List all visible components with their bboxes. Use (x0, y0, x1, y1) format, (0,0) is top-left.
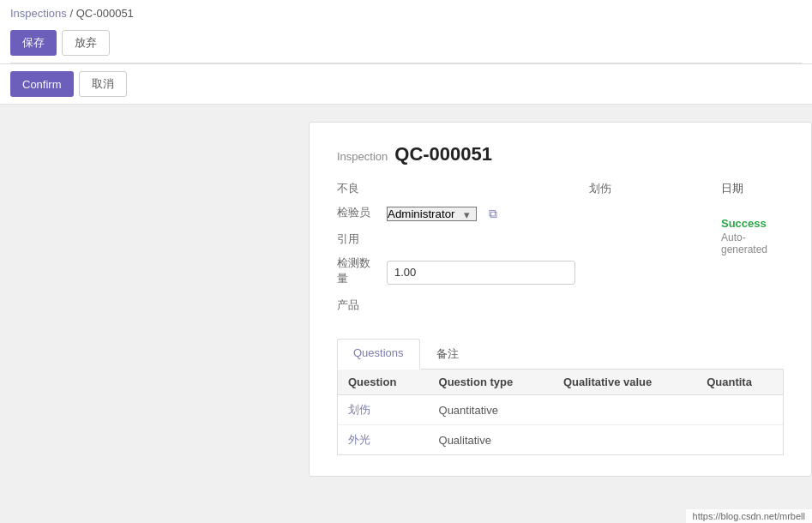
detection-qty-label: 检测数量 (337, 255, 380, 286)
row2-quant (696, 425, 783, 455)
col-question-type: Question type (429, 370, 553, 395)
col-quant: Quantita (696, 370, 783, 395)
row1-type: Quantitative (429, 395, 553, 425)
inspector-select[interactable]: Administrator (387, 207, 477, 221)
external-link-icon[interactable]: ⧉ (489, 207, 497, 221)
breadcrumb: Inspections / QC-000051 (10, 0, 802, 25)
tab-notes[interactable]: 备注 (420, 339, 475, 369)
table-row: 划伤 Quantitative (338, 395, 783, 425)
inspection-id: QC-000051 (394, 143, 492, 165)
status-success: Success (721, 217, 767, 230)
breadcrumb-parent[interactable]: Inspections (10, 7, 67, 20)
confirm-button[interactable]: Confirm (10, 71, 74, 97)
reference-label: 引用 (337, 231, 575, 247)
inspector-label: 检验员 (337, 205, 380, 220)
inspection-label: Inspection (337, 150, 388, 163)
action-bar: Confirm 取消 (0, 64, 812, 105)
row1-qual (553, 395, 696, 425)
product-label: 产品 (337, 298, 575, 313)
right-pane: 日期 Success Auto-generated (713, 181, 784, 255)
defect-label: 不良 (337, 181, 575, 196)
questions-table: Question Question type Qualitative value… (338, 370, 783, 454)
toolbar: 保存 放弃 (10, 25, 802, 63)
date-label: 日期 (721, 181, 784, 196)
detection-qty-input[interactable] (387, 261, 575, 285)
defect-value-right: 划伤 (589, 181, 713, 196)
table-row: 外光 Qualitative (338, 425, 783, 455)
row2-type: Qualitative (429, 425, 553, 455)
breadcrumb-current: QC-000051 (76, 7, 134, 20)
row2-question[interactable]: 外光 (338, 425, 429, 455)
form-card: Inspection QC-000051 不良 检验员 Administrato… (309, 122, 812, 477)
tab-questions[interactable]: Questions (337, 339, 420, 370)
cancel-button[interactable]: 取消 (79, 71, 127, 97)
auto-generated: Auto-generated (721, 231, 784, 255)
breadcrumb-separator: / (69, 7, 73, 20)
footer-url: https://blog.csdn.net/mrbell (686, 509, 812, 523)
row2-qual (553, 425, 696, 455)
table-wrap: Question Question type Qualitative value… (337, 370, 784, 455)
tabs-bar: Questions 备注 (337, 339, 784, 370)
col-question: Question (338, 370, 429, 395)
save-button[interactable]: 保存 (10, 30, 57, 56)
row1-question[interactable]: 划伤 (338, 395, 429, 425)
row1-quant (696, 395, 783, 425)
inspection-title: Inspection QC-000051 (337, 143, 784, 165)
col-qual-value: Qualitative value (553, 370, 696, 395)
discard-button[interactable]: 放弃 (62, 30, 110, 56)
